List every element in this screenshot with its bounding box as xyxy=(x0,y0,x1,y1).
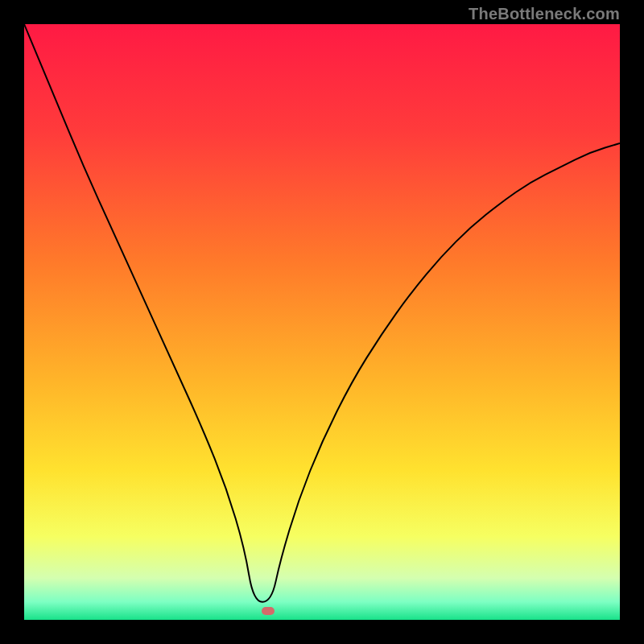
plot-area xyxy=(24,24,620,620)
bottleneck-curve xyxy=(24,24,620,602)
chart-frame: TheBottleneck.com xyxy=(0,0,644,644)
watermark-text: TheBottleneck.com xyxy=(469,5,620,23)
curve-layer xyxy=(24,24,620,620)
optimal-marker xyxy=(262,607,275,615)
